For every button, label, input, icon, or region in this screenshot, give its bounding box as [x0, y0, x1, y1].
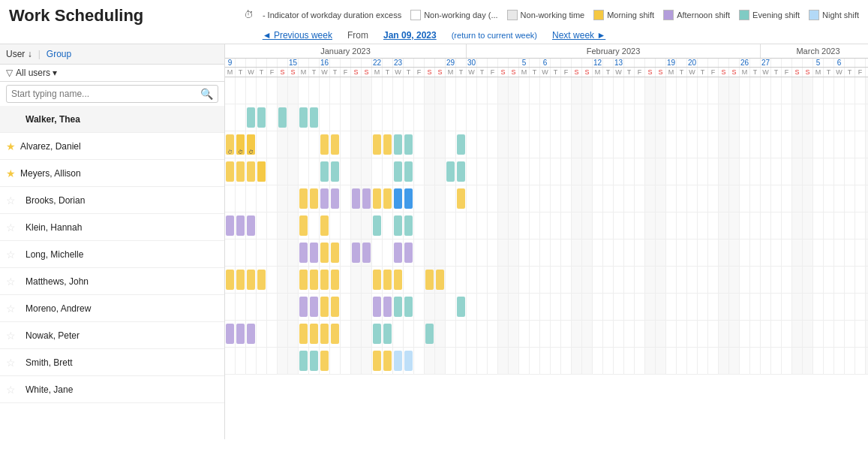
day-slot[interactable] [803, 348, 813, 374]
day-slot[interactable] [729, 158, 740, 185]
day-slot[interactable] [824, 348, 834, 374]
day-slot[interactable] [635, 348, 645, 374]
day-slot[interactable] [320, 77, 330, 104]
day-slot[interactable] [635, 267, 645, 293]
day-slot[interactable] [740, 321, 750, 347]
day-slot[interactable] [383, 158, 393, 185]
day-slot[interactable] [698, 104, 708, 131]
day-slot[interactable] [708, 158, 719, 185]
day-slot[interactable] [593, 240, 603, 266]
day-slot[interactable] [278, 77, 288, 104]
day-slot[interactable] [719, 294, 729, 320]
day-slot[interactable] [761, 104, 771, 131]
day-slot[interactable] [540, 158, 551, 185]
day-slot[interactable] [435, 294, 446, 320]
day-slot[interactable] [477, 348, 488, 374]
day-slot[interactable] [288, 294, 299, 320]
day-slot[interactable] [635, 104, 645, 131]
day-slot[interactable] [656, 131, 666, 158]
day-slot[interactable] [719, 212, 729, 239]
day-slot[interactable] [834, 185, 845, 212]
day-slot[interactable] [624, 158, 635, 185]
day-slot[interactable] [719, 267, 729, 293]
day-slot[interactable] [257, 158, 267, 185]
day-slot[interactable] [257, 131, 267, 158]
day-slot[interactable] [236, 158, 246, 185]
day-slot[interactable] [635, 77, 645, 104]
day-slot[interactable] [845, 104, 855, 131]
day-slot[interactable] [498, 321, 509, 347]
day-slot[interactable] [645, 267, 656, 293]
day-slot[interactable] [425, 104, 435, 131]
day-slot[interactable] [278, 212, 288, 239]
day-slot[interactable] [362, 294, 372, 320]
day-slot[interactable] [813, 158, 824, 185]
day-slot[interactable] [278, 267, 288, 293]
day-slot[interactable] [477, 77, 488, 104]
day-slot[interactable] [299, 131, 309, 158]
day-slot[interactable] [708, 321, 719, 347]
day-slot[interactable] [477, 131, 488, 158]
day-slot[interactable] [834, 104, 845, 131]
day-slot[interactable] [414, 158, 425, 185]
day-slot[interactable] [813, 131, 824, 158]
day-slot[interactable] [456, 77, 467, 104]
day-slot[interactable] [750, 185, 761, 212]
day-slot[interactable] [551, 131, 561, 158]
day-slot[interactable] [498, 77, 509, 104]
day-slot[interactable] [330, 240, 341, 266]
day-slot[interactable] [372, 158, 383, 185]
day-slot[interactable] [708, 131, 719, 158]
day-slot[interactable] [246, 104, 257, 131]
day-slot[interactable] [677, 185, 687, 212]
day-slot[interactable] [435, 348, 446, 374]
day-slot[interactable] [435, 131, 446, 158]
day-slot[interactable] [351, 131, 362, 158]
day-slot[interactable] [845, 77, 855, 104]
day-slot[interactable] [372, 185, 383, 212]
day-slot[interactable] [834, 212, 845, 239]
day-slot[interactable] [845, 131, 855, 158]
day-slot[interactable] [509, 321, 519, 347]
day-slot[interactable] [666, 240, 677, 266]
day-slot[interactable] [267, 348, 278, 374]
day-slot[interactable] [740, 104, 750, 131]
day-slot[interactable] [425, 131, 435, 158]
day-slot[interactable] [593, 77, 603, 104]
day-slot[interactable] [246, 294, 257, 320]
day-slot[interactable] [299, 348, 309, 374]
day-slot[interactable] [288, 104, 299, 131]
employee-row[interactable]: ☆Smith, Brett [0, 349, 224, 376]
day-slot[interactable] [603, 212, 614, 239]
day-slot[interactable] [593, 185, 603, 212]
day-slot[interactable] [320, 131, 330, 158]
day-slot[interactable] [477, 267, 488, 293]
day-slot[interactable] [561, 158, 572, 185]
day-slot[interactable] [687, 212, 698, 239]
day-slot[interactable] [446, 212, 456, 239]
day-slot[interactable] [572, 212, 582, 239]
day-slot[interactable] [393, 77, 404, 104]
day-slot[interactable] [414, 212, 425, 239]
day-slot[interactable] [677, 267, 687, 293]
day-slot[interactable] [362, 240, 372, 266]
day-slot[interactable] [582, 158, 593, 185]
day-slot[interactable] [519, 185, 530, 212]
day-slot[interactable] [603, 267, 614, 293]
day-slot[interactable] [299, 321, 309, 347]
day-slot[interactable] [750, 294, 761, 320]
day-slot[interactable] [666, 212, 677, 239]
day-slot[interactable] [635, 185, 645, 212]
day-slot[interactable] [362, 185, 372, 212]
day-slot[interactable] [614, 267, 624, 293]
day-slot[interactable] [519, 77, 530, 104]
employee-row[interactable]: ☆Long, Michelle [0, 241, 224, 268]
day-slot[interactable] [782, 185, 792, 212]
day-slot[interactable] [236, 321, 246, 347]
day-slot[interactable] [383, 267, 393, 293]
day-slot[interactable] [488, 77, 498, 104]
day-slot[interactable] [299, 294, 309, 320]
day-slot[interactable] [834, 348, 845, 374]
day-slot[interactable] [645, 158, 656, 185]
day-slot[interactable] [225, 158, 236, 185]
